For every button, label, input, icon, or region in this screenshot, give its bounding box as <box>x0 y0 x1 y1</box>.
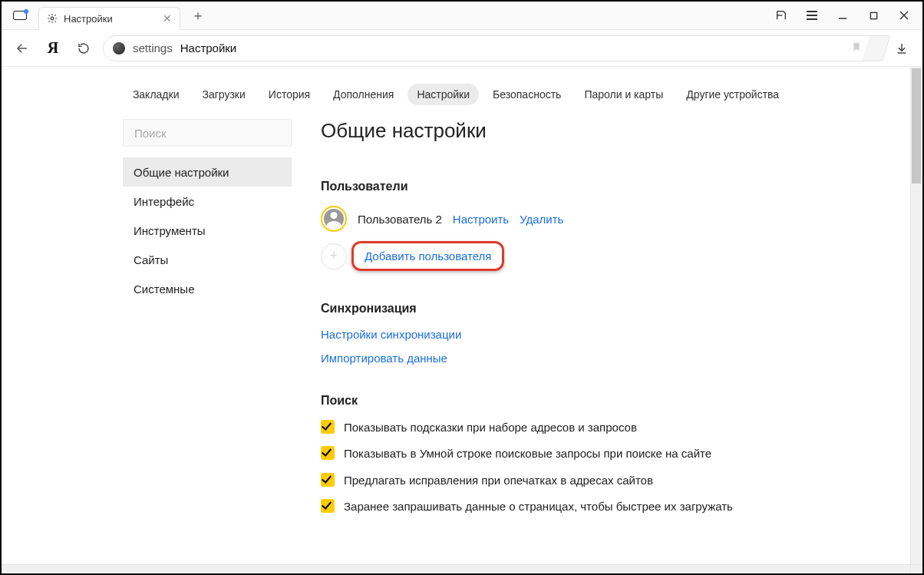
settings-top-nav: Закладки Загрузки История Дополнения Нас… <box>2 67 910 119</box>
sidebar-item-general[interactable]: Общие настройки <box>123 157 292 187</box>
scrollbar-horizontal[interactable] <box>2 564 910 573</box>
new-tab-button[interactable]: ＋ <box>188 5 208 25</box>
add-user-row: + Добавить пользователя <box>321 241 810 271</box>
sidebar-item-interface[interactable]: Интерфейс <box>123 187 292 216</box>
bookmarks-panel-button[interactable] <box>766 5 797 26</box>
import-data-link[interactable]: Импортировать данные <box>321 352 810 365</box>
browser-menu-button[interactable] <box>797 5 827 26</box>
window-minimize-button[interactable] <box>827 5 858 26</box>
page-viewport: Закладки Загрузки История Дополнения Нас… <box>2 67 922 573</box>
settings-search-input[interactable]: Поиск <box>123 119 292 147</box>
checkbox-checked-icon[interactable] <box>321 473 335 487</box>
search-option-row[interactable]: Показывать в Умной строке поисковые запр… <box>321 446 810 461</box>
user-name: Пользователь 2 <box>358 213 442 226</box>
topnav-extensions[interactable]: Дополнения <box>324 84 403 105</box>
yandex-home-button[interactable]: Я <box>41 37 64 60</box>
window-maximize-button[interactable] <box>858 5 889 26</box>
search-option-label: Заранее запрашивать данные о страницах, … <box>344 499 733 514</box>
plus-icon: + <box>321 243 347 269</box>
user-row: Пользователь 2 Настроить Удалить <box>321 206 810 232</box>
browser-tab[interactable]: Настройки ✕ <box>38 7 180 30</box>
device-icon <box>13 11 27 20</box>
users-heading: Пользователи <box>321 180 810 193</box>
sidebar-item-sites[interactable]: Сайты <box>123 245 292 274</box>
browser-titlebar: Настройки ✕ ＋ <box>2 2 922 30</box>
add-user-link[interactable]: Добавить пользователя <box>365 249 491 263</box>
avatar <box>321 206 347 232</box>
search-option-row[interactable]: Показывать подсказки при наборе адресов … <box>321 420 810 435</box>
tab-title: Настройки <box>64 13 155 25</box>
address-host: settings <box>133 41 173 55</box>
sidebar-toggle-button[interactable] <box>9 5 31 26</box>
section-search: Поиск Показывать подсказки при наборе ад… <box>321 394 810 514</box>
section-sync: Синхронизация Настройки синхронизации Им… <box>321 302 810 365</box>
search-placeholder: Поиск <box>134 127 167 140</box>
search-option-row[interactable]: Заранее запрашивать данные о страницах, … <box>321 499 810 514</box>
checkbox-checked-icon[interactable] <box>321 420 335 434</box>
address-bar: Я settings Настройки <box>2 30 922 67</box>
search-heading: Поиск <box>321 394 810 408</box>
omnibox[interactable]: settings Настройки <box>103 35 883 61</box>
topnav-settings[interactable]: Настройки <box>408 84 479 105</box>
bookmark-icon[interactable] <box>851 41 862 55</box>
sidebar-item-tools[interactable]: Инструменты <box>123 216 292 245</box>
checkbox-checked-icon[interactable] <box>321 446 335 460</box>
topnav-bookmarks[interactable]: Закладки <box>124 84 189 105</box>
tab-close-button[interactable]: ✕ <box>161 12 173 25</box>
gear-icon <box>47 13 58 24</box>
scrollbar-corner <box>910 564 922 573</box>
search-option-label: Показывать подсказки при наборе адресов … <box>344 420 637 435</box>
scrollbar-thumb[interactable] <box>912 68 921 183</box>
section-users: Пользователи Пользователь 2 Настроить Уд… <box>321 180 810 271</box>
settings-sidebar: Поиск Общие настройки Интерфейс Инструме… <box>123 119 292 544</box>
site-favicon <box>113 42 125 55</box>
sidebar-item-system[interactable]: Системные <box>123 274 292 303</box>
topnav-security[interactable]: Безопасность <box>483 84 570 105</box>
search-option-label: Показывать в Умной строке поисковые запр… <box>344 446 711 461</box>
page-title: Общие настройки <box>321 119 810 143</box>
scrollbar-vertical[interactable] <box>910 67 922 564</box>
checkbox-checked-icon[interactable] <box>321 499 335 513</box>
window-close-button[interactable] <box>889 5 919 26</box>
topnav-history[interactable]: История <box>259 84 319 105</box>
avatar-icon <box>324 209 344 229</box>
svg-rect-5 <box>870 12 876 18</box>
user-configure-link[interactable]: Настроить <box>453 213 509 226</box>
search-option-row[interactable]: Предлагать исправления при опечатках в а… <box>321 473 810 488</box>
user-delete-link[interactable]: Удалить <box>520 213 563 226</box>
topnav-passwords[interactable]: Пароли и карты <box>575 84 672 105</box>
downloads-button[interactable] <box>890 37 913 60</box>
svg-point-0 <box>51 17 54 20</box>
reload-button[interactable] <box>72 37 95 60</box>
sync-settings-link[interactable]: Настройки синхронизации <box>321 328 810 341</box>
add-user-callout: Добавить пользователя <box>351 241 504 271</box>
topnav-devices[interactable]: Другие устройства <box>677 84 788 105</box>
topnav-downloads[interactable]: Загрузки <box>193 84 254 105</box>
nav-back-button[interactable] <box>11 37 34 60</box>
search-option-label: Предлагать исправления при опечатках в а… <box>344 473 653 488</box>
settings-main: Общие настройки Пользователи Пользовател… <box>319 119 810 544</box>
sync-heading: Синхронизация <box>321 302 810 316</box>
address-page: Настройки <box>180 41 237 55</box>
